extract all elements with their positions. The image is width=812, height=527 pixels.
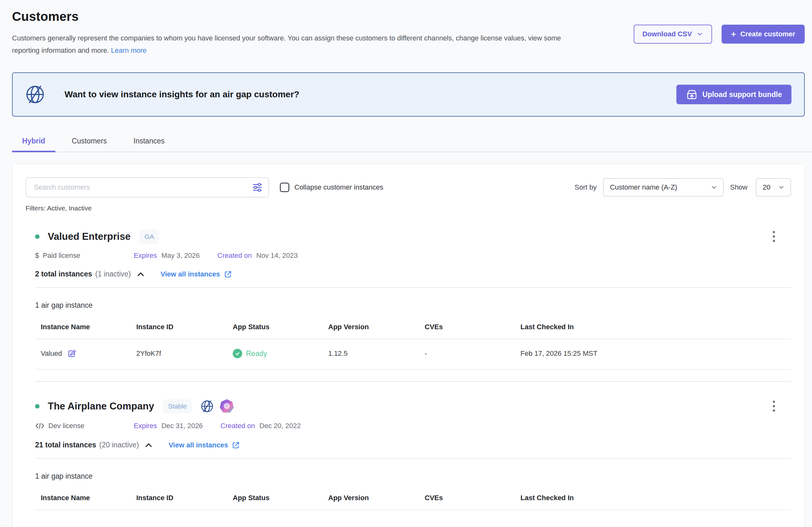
show-select[interactable]: 20: [756, 178, 791, 197]
card-inner: Collapse customer instances Sort by Cust…: [26, 177, 804, 510]
airgap-globe-icon: [200, 400, 214, 413]
view-all-instances-label: View all instances: [161, 270, 220, 278]
tab-customers[interactable]: Customers: [62, 137, 117, 152]
chevron-up-icon: [145, 441, 153, 449]
create-customer-label: Create customer: [740, 30, 795, 38]
kebab-menu-icon[interactable]: [771, 399, 777, 413]
expires-pair: Expires May 3, 2026: [134, 252, 200, 260]
view-all-instances-label: View all instances: [169, 441, 228, 449]
instance-table-header-row: Instance Name Instance ID App Status App…: [35, 494, 791, 510]
filters-summary: Filters: Active, Inactive: [26, 205, 791, 212]
customer-meta-row: Dev license Expires Dec 31, 2026 Created…: [35, 421, 791, 431]
learn-more-link[interactable]: Learn more: [111, 46, 147, 54]
edit-icon[interactable]: [67, 349, 76, 358]
chevron-down-icon: [710, 184, 717, 191]
instances-total: 2 total instances: [35, 270, 92, 278]
col-app-version: App Version: [328, 494, 425, 510]
instance-table-header-row: Instance Name Instance ID App Status App…: [35, 323, 791, 339]
created-pair: Created on Dec 20, 2022: [220, 422, 301, 430]
sort-by-label: Sort by: [575, 183, 597, 192]
col-app-status: App Status: [233, 494, 328, 510]
created-label: Created on: [218, 252, 252, 259]
download-csv-label: Download CSV: [642, 30, 692, 38]
license-type: $ Paid license: [35, 252, 134, 260]
page-title: Customers: [12, 10, 805, 24]
airgap-globe-icon: [25, 84, 45, 105]
dev-code-icon: [35, 421, 45, 431]
col-last-checked-in: Last Checked In: [520, 494, 791, 510]
upload-support-bundle-label: Upload support bundle: [702, 90, 782, 99]
collapse-toggle[interactable]: [136, 270, 145, 278]
license-type: Dev license: [35, 421, 134, 431]
filter-sliders-icon[interactable]: [252, 182, 263, 193]
table-row: Valued 2YfoK7f Ready: [35, 339, 791, 369]
col-instance-id: Instance ID: [136, 494, 233, 510]
collapse-toggle[interactable]: [145, 441, 153, 449]
instance-table: Instance Name Instance ID App Status App…: [35, 494, 791, 510]
customer-section-valued-enterprise: Valued Enterprise GA $ Paid license Expi…: [35, 229, 791, 382]
divider: [35, 458, 791, 459]
upload-support-bundle-button[interactable]: Upload support bundle: [676, 85, 792, 104]
create-customer-button[interactable]: + Create customer: [722, 25, 805, 44]
app-version-cell: 1.12.5: [328, 349, 425, 358]
kebab-menu-icon[interactable]: [771, 229, 777, 244]
customer-section-divider: [35, 381, 791, 382]
external-link-icon: [232, 441, 240, 449]
helm-wheel-glyph: ☸: [223, 401, 231, 411]
chevron-up-icon: [136, 270, 145, 278]
sort-by-select[interactable]: Customer name (A-Z): [603, 178, 724, 197]
tab-instances[interactable]: Instances: [123, 137, 175, 152]
col-cves: CVEs: [425, 323, 520, 339]
instances-inactive: (20 inactive): [99, 441, 139, 449]
expires-pair: Expires Dec 31, 2026: [134, 422, 203, 430]
cves-cell: -: [425, 349, 520, 358]
kubernetes-icon: ☸: [220, 400, 234, 413]
collapse-instances-checkbox[interactable]: [280, 183, 289, 192]
tab-hybrid[interactable]: Hybrid: [12, 137, 55, 152]
table-header-divider: [35, 510, 791, 510]
search-input[interactable]: [26, 177, 269, 197]
view-all-instances-link[interactable]: View all instances: [161, 270, 232, 278]
page-header: Customers Customers generally represent …: [12, 0, 805, 57]
col-cves: CVEs: [425, 494, 520, 510]
chevron-down-icon: [696, 31, 703, 37]
table-row-divider: [35, 369, 791, 370]
instance-table: Instance Name Instance ID App Status App…: [35, 323, 791, 370]
customer-header: Valued Enterprise GA: [35, 229, 791, 244]
collapse-instances-label: Collapse customer instances: [294, 183, 383, 192]
expires-value: Dec 31, 2026: [161, 422, 203, 430]
customers-card: Collapse customer instances Sort by Cust…: [12, 164, 805, 527]
collapse-instances-checkbox-group[interactable]: Collapse customer instances: [280, 183, 383, 192]
customer-name[interactable]: The Airplane Company: [48, 401, 154, 412]
toolbar: Collapse customer instances Sort by Cust…: [26, 177, 791, 197]
created-pair: Created on Nov 14, 2023: [218, 252, 298, 260]
download-csv-button[interactable]: Download CSV: [634, 25, 712, 44]
banner-title: Want to view instance insights for an ai…: [64, 89, 300, 100]
plus-icon: +: [731, 30, 736, 38]
col-app-status: App Status: [233, 323, 328, 339]
expires-label: Expires: [134, 422, 157, 430]
divider: [35, 287, 791, 288]
customer-name[interactable]: Valued Enterprise: [48, 231, 131, 242]
col-instance-id: Instance ID: [136, 323, 233, 339]
airgap-instances-heading: 1 air gap instance: [35, 301, 791, 310]
search-wrap: [26, 177, 269, 197]
active-status-dot: [35, 404, 40, 408]
instances-total: 21 total instances: [35, 441, 96, 449]
instances-summary-row: 2 total instances (1 inactive) View all …: [35, 270, 791, 278]
view-all-instances-link[interactable]: View all instances: [169, 441, 240, 449]
created-value: Nov 14, 2023: [257, 252, 298, 259]
col-app-version: App Version: [328, 323, 425, 339]
customers-page: Customers Customers generally represent …: [0, 0, 812, 527]
upload-bundle-icon: [686, 89, 698, 101]
show-value: 20: [763, 183, 770, 192]
page-description-text: Customers generally represent the compan…: [12, 34, 561, 54]
tab-bar: Hybrid Customers Instances: [12, 137, 812, 152]
col-instance-name: Instance Name: [41, 323, 136, 339]
col-last-checked-in: Last Checked In: [520, 323, 791, 339]
external-link-icon: [224, 270, 232, 278]
license-type-label: Dev license: [48, 422, 84, 430]
license-type-label: Paid license: [43, 252, 80, 260]
customer-meta-row: $ Paid license Expires May 3, 2026 Creat…: [35, 252, 791, 260]
app-status-cell: Ready: [233, 349, 328, 358]
